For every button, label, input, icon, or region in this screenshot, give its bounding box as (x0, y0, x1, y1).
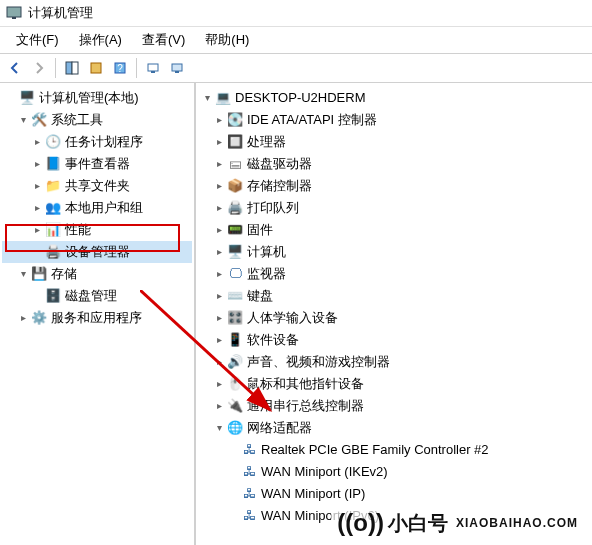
expand-toggle[interactable]: ▸ (30, 177, 44, 195)
event-viewer-label: 事件查看器 (65, 155, 130, 173)
svg-rect-8 (151, 71, 155, 73)
storage-controllers[interactable]: ▸ 📦 存储控制器 (198, 175, 590, 197)
expand-toggle[interactable]: ▸ (212, 243, 226, 261)
usb-controllers[interactable]: ▸ 🔌 通用串行总线控制器 (198, 395, 590, 417)
software-devices[interactable]: ▸ 📱 软件设备 (198, 329, 590, 351)
ide-icon: 💽 (226, 112, 244, 128)
network-icon: 🌐 (226, 420, 244, 436)
disk-icon: 🖴 (226, 156, 244, 172)
audio-controllers[interactable]: ▸ 🔊 声音、视频和游戏控制器 (198, 351, 590, 373)
performance-icon: 📊 (44, 222, 62, 238)
root-computer-mgmt[interactable]: ▸ 🖥️ 计算机管理(本地) (2, 87, 192, 109)
local-users[interactable]: ▸ 👥 本地用户和组 (2, 197, 192, 219)
expand-toggle[interactable]: ▸ (212, 353, 226, 371)
expand-toggle[interactable]: ▾ (212, 419, 226, 437)
computer-label: 计算机 (247, 243, 286, 261)
menu-view[interactable]: 查看(V) (132, 29, 195, 51)
keyboard-icon: ⌨️ (226, 288, 244, 304)
expand-toggle[interactable]: ▸ (212, 331, 226, 349)
svg-rect-9 (172, 64, 182, 71)
menu-action[interactable]: 操作(A) (69, 29, 132, 51)
expand-toggle[interactable]: ▸ (212, 397, 226, 415)
menu-help[interactable]: 帮助(H) (195, 29, 259, 51)
nic-wan-ikev2[interactable]: ▸ 🖧 WAN Miniport (IKEv2) (198, 461, 590, 483)
monitors[interactable]: ▸ 🖵 监视器 (198, 263, 590, 285)
expand-toggle[interactable]: ▸ (30, 199, 44, 217)
disk-label: 磁盘驱动器 (247, 155, 312, 173)
storage-ctrl-icon: 📦 (226, 178, 244, 194)
services-label: 服务和应用程序 (51, 309, 142, 327)
properties-button[interactable] (85, 57, 107, 79)
window-title: 计算机管理 (28, 4, 93, 22)
expand-toggle[interactable]: ▸ (212, 199, 226, 217)
expand-toggle[interactable]: ▸ (212, 155, 226, 173)
shared-folders-label: 共享文件夹 (65, 177, 130, 195)
watermark-sub: XIAOBAIHAO.COM (456, 516, 578, 530)
task-scheduler[interactable]: ▸ 🕒 任务计划程序 (2, 131, 192, 153)
expand-toggle[interactable]: ▸ (212, 177, 226, 195)
disk-mgmt[interactable]: ▸ 🗄️ 磁盘管理 (2, 285, 192, 307)
event-viewer-icon: 📘 (44, 156, 62, 172)
storage-icon: 💾 (30, 266, 48, 282)
host-node[interactable]: ▾ 💻 DESKTOP-U2HDERM (198, 87, 590, 109)
shared-folders[interactable]: ▸ 📁 共享文件夹 (2, 175, 192, 197)
nic-icon: 🖧 (240, 486, 258, 502)
storage-label: 存储 (51, 265, 77, 283)
svg-rect-0 (7, 7, 21, 17)
nic-wan-ip[interactable]: ▸ 🖧 WAN Miniport (IP) (198, 483, 590, 505)
system-tools[interactable]: ▾ 🛠️ 系统工具 (2, 109, 192, 131)
computer-node[interactable]: ▸ 🖥️ 计算机 (198, 241, 590, 263)
expand-toggle[interactable]: ▸ (30, 221, 44, 239)
nic1-label: WAN Miniport (IKEv2) (261, 463, 388, 481)
ide-controller[interactable]: ▸ 💽 IDE ATA/ATAPI 控制器 (198, 109, 590, 131)
usb-label: 通用串行总线控制器 (247, 397, 364, 415)
expand-toggle[interactable]: ▾ (200, 89, 214, 107)
help-button[interactable]: ? (109, 57, 131, 79)
device-manager[interactable]: ▸ 🖨️ 设备管理器 (2, 241, 192, 263)
expand-toggle[interactable]: ▸ (212, 375, 226, 393)
storage-node[interactable]: ▾ 💾 存储 (2, 263, 192, 285)
computer-icon: 💻 (214, 90, 232, 106)
expand-toggle[interactable]: ▸ (212, 309, 226, 327)
event-viewer[interactable]: ▸ 📘 事件查看器 (2, 153, 192, 175)
system-tools-label: 系统工具 (51, 111, 103, 129)
expand-toggle[interactable]: ▾ (16, 265, 30, 283)
forward-button[interactable] (28, 57, 50, 79)
keyboards[interactable]: ▸ ⌨️ 键盘 (198, 285, 590, 307)
hid-label: 人体学输入设备 (247, 309, 338, 327)
expand-toggle[interactable]: ▾ (16, 111, 30, 129)
printer-icon: 🖨️ (226, 200, 244, 216)
nic-icon: 🖧 (240, 464, 258, 480)
firmware[interactable]: ▸ 📟 固件 (198, 219, 590, 241)
services-apps[interactable]: ▸ ⚙️ 服务和应用程序 (2, 307, 192, 329)
print-queues[interactable]: ▸ 🖨️ 打印队列 (198, 197, 590, 219)
expand-toggle[interactable]: ▸ (212, 287, 226, 305)
expand-toggle[interactable]: ▸ (212, 111, 226, 129)
mouse-icon: 🖱️ (226, 376, 244, 392)
expand-toggle[interactable]: ▸ (16, 309, 30, 327)
expand-toggle[interactable]: ▸ (212, 133, 226, 151)
expand-toggle[interactable]: ▸ (212, 265, 226, 283)
ide-label: IDE ATA/ATAPI 控制器 (247, 111, 377, 129)
hid-devices[interactable]: ▸ 🎛️ 人体学输入设备 (198, 307, 590, 329)
back-button[interactable] (4, 57, 26, 79)
show-hide-button[interactable] (61, 57, 83, 79)
menu-file[interactable]: 文件(F) (6, 29, 69, 51)
performance[interactable]: ▸ 📊 性能 (2, 219, 192, 241)
disk-drives[interactable]: ▸ 🖴 磁盘驱动器 (198, 153, 590, 175)
firmware-label: 固件 (247, 221, 273, 239)
nic-realtek[interactable]: ▸ 🖧 Realtek PCIe GBE Family Controller #… (198, 439, 590, 461)
expand-toggle[interactable]: ▸ (30, 133, 44, 151)
expand-toggle[interactable]: ▸ (212, 221, 226, 239)
processor-node[interactable]: ▸ 🔲 处理器 (198, 131, 590, 153)
expand-toggle[interactable]: ▸ (30, 155, 44, 173)
devmgr-icon2[interactable] (166, 57, 188, 79)
firmware-icon: 📟 (226, 222, 244, 238)
software-icon: 📱 (226, 332, 244, 348)
devmgr-icon1[interactable] (142, 57, 164, 79)
monitor-icon: 🖵 (226, 266, 244, 282)
mouse-devices[interactable]: ▸ 🖱️ 鼠标和其他指针设备 (198, 373, 590, 395)
keyboard-label: 键盘 (247, 287, 273, 305)
network-adapters[interactable]: ▾ 🌐 网络适配器 (198, 417, 590, 439)
storage-ctrl-label: 存储控制器 (247, 177, 312, 195)
